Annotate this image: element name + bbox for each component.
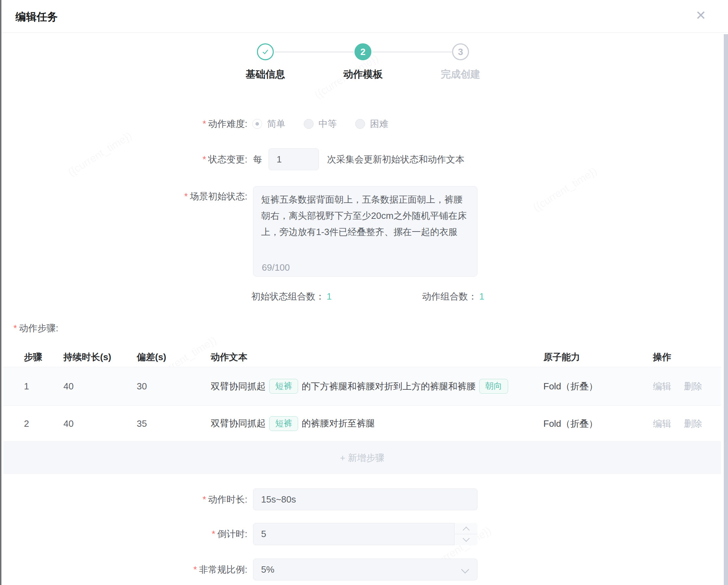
table-row: 2 40 35 双臂协同抓起 短裤 的裤腰对折至裤腿 Fold（折叠） 编辑 删… bbox=[4, 405, 721, 441]
modal-header: 编辑任务 ✕ bbox=[1, 0, 728, 33]
chevron-up-icon bbox=[463, 526, 470, 534]
initial-combo-count: 初始状态组合数：1 bbox=[251, 290, 332, 303]
modal-title: 编辑任务 bbox=[16, 10, 58, 24]
deviation-value: 30 bbox=[137, 381, 147, 392]
row-operations: 编辑 删除 bbox=[653, 417, 702, 430]
col-action-text: 动作文本 bbox=[211, 351, 247, 363]
step-number: 1 bbox=[24, 381, 29, 392]
table-header-row: 步骤 持续时长(s) 偏差(s) 动作文本 原子能力 操作 bbox=[4, 347, 721, 367]
atomic-ability: Fold（折叠） bbox=[543, 417, 598, 430]
step2-label: 动作模板 bbox=[324, 68, 402, 81]
delete-link[interactable]: 删除 bbox=[684, 380, 702, 393]
difficulty-radio-group: 简单 中等 困难 bbox=[252, 118, 388, 130]
watermark-text: ({current_time}) bbox=[531, 165, 599, 214]
step-number: 2 bbox=[24, 418, 29, 429]
action-combo-count: 动作组合数：1 bbox=[422, 290, 484, 303]
state-change-prefix: 每 bbox=[253, 153, 262, 166]
initial-combo-value: 1 bbox=[327, 291, 332, 302]
difficulty-label: *动作难度: bbox=[106, 118, 247, 130]
object-tag: 短裤 bbox=[269, 416, 298, 431]
radio-selected-icon bbox=[252, 119, 262, 129]
step-connector bbox=[372, 51, 452, 53]
state-change-input[interactable]: 1 bbox=[269, 148, 319, 170]
col-deviation: 偏差(s) bbox=[137, 351, 166, 363]
radio-medium[interactable]: 中等 bbox=[304, 118, 337, 130]
col-ability: 原子能力 bbox=[543, 351, 580, 363]
stepper-down-button[interactable] bbox=[455, 534, 477, 545]
row-operations: 编辑 删除 bbox=[653, 380, 702, 393]
countdown-input[interactable]: 5 bbox=[253, 523, 477, 545]
radio-unselected-icon bbox=[355, 119, 365, 129]
action-text: 双臂协同抓起 短裤 的裤腰对折至裤腿 bbox=[211, 416, 375, 431]
col-operations: 操作 bbox=[653, 351, 671, 363]
initial-state-textarea[interactable]: 短裤五条数据背面朝上，五条数据正面朝上，裤腰朝右，离头部视野下方至少20cm之外… bbox=[253, 186, 477, 277]
duration-value: 40 bbox=[63, 381, 74, 392]
overlay-left-edge bbox=[0, 0, 1, 585]
edit-link[interactable]: 编辑 bbox=[653, 417, 671, 430]
chevron-down-icon bbox=[461, 566, 469, 574]
object-tag: 短裤 bbox=[269, 379, 298, 394]
col-step: 步骤 bbox=[24, 351, 42, 363]
action-duration-input[interactable]: 15s~80s bbox=[253, 488, 477, 510]
countdown-label: *倒计时: bbox=[106, 528, 247, 540]
step2-number: 2 bbox=[354, 43, 371, 60]
orientation-tag: 朝向 bbox=[479, 379, 508, 394]
edit-task-modal: ({current_time}) ({current_time}) ({curr… bbox=[0, 0, 728, 585]
table-row: 1 40 30 双臂协同抓起 短裤 的下方裤腿和裤腰对折到上方的裤腿和裤腰 朝向… bbox=[4, 367, 721, 405]
required-asterisk: * bbox=[203, 118, 206, 129]
deviation-value: 35 bbox=[137, 418, 147, 429]
scrollbar[interactable] bbox=[724, 34, 728, 585]
initial-state-label: *场景初始状态: bbox=[106, 190, 247, 203]
radio-easy[interactable]: 简单 bbox=[252, 118, 285, 130]
radio-hard[interactable]: 困难 bbox=[355, 118, 388, 130]
step1-label: 基础信息 bbox=[227, 68, 304, 81]
state-change-label: *状态变更: bbox=[106, 153, 247, 166]
action-steps-label: *动作步骤: bbox=[13, 322, 58, 334]
char-counter: 69/100 bbox=[262, 263, 290, 272]
action-steps-table: 步骤 持续时长(s) 偏差(s) 动作文本 原子能力 操作 1 40 30 双臂… bbox=[4, 347, 721, 474]
state-change-suffix: 次采集会更新初始状态和动作文本 bbox=[327, 153, 464, 166]
action-combo-value: 1 bbox=[479, 291, 484, 302]
check-icon bbox=[260, 47, 270, 57]
chevron-down-icon bbox=[463, 535, 470, 542]
atomic-ability: Fold（折叠） bbox=[543, 380, 598, 393]
action-duration-label: *动作时长: bbox=[106, 493, 247, 506]
step3-number: 3 bbox=[452, 43, 469, 60]
unusual-ratio-label: *非常规比例: bbox=[106, 564, 247, 576]
close-icon[interactable]: ✕ bbox=[696, 9, 706, 22]
radio-unselected-icon bbox=[304, 119, 314, 129]
stepper-up-button[interactable] bbox=[455, 523, 477, 534]
unusual-ratio-select[interactable]: 5% bbox=[253, 559, 477, 580]
delete-link[interactable]: 删除 bbox=[684, 417, 702, 430]
action-text: 双臂协同抓起 短裤 的下方裤腿和裤腰对折到上方的裤腿和裤腰 朝向 bbox=[211, 379, 512, 394]
edit-link[interactable]: 编辑 bbox=[653, 380, 671, 393]
step-connector bbox=[274, 51, 354, 53]
duration-value: 40 bbox=[63, 418, 74, 429]
number-stepper bbox=[454, 523, 477, 545]
col-duration: 持续时长(s) bbox=[63, 351, 111, 363]
step3-label: 完成创建 bbox=[422, 68, 499, 81]
add-step-button[interactable]: + 新增步骤 bbox=[4, 441, 721, 474]
step1-check-icon bbox=[257, 43, 274, 60]
